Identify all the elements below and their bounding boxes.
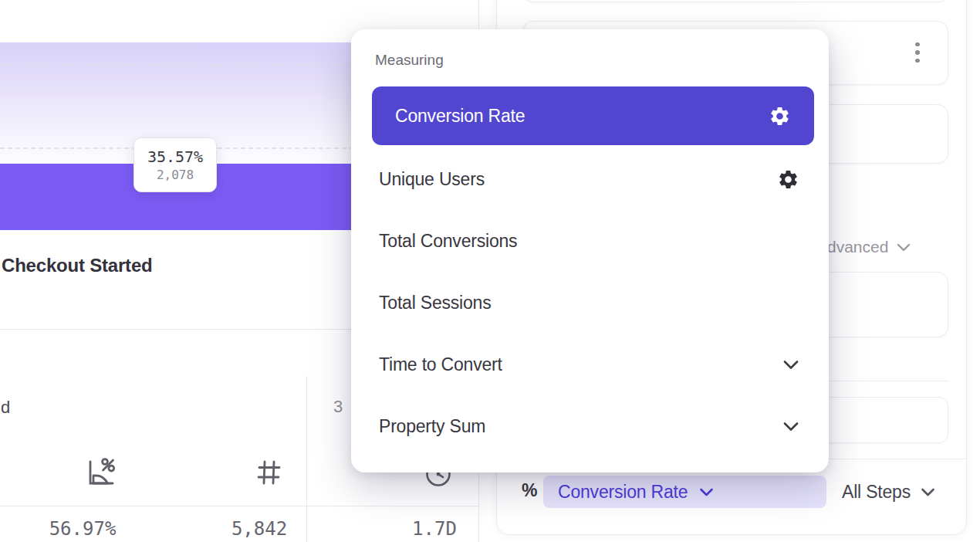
converted-count-value: 5,842 bbox=[212, 516, 306, 542]
advanced-toggle[interactable]: Advanced bbox=[816, 238, 924, 256]
table-column-divider bbox=[306, 376, 307, 542]
conversion-rate-value: 56.97% bbox=[35, 516, 130, 542]
chevron-down-icon bbox=[699, 488, 714, 496]
menu-item-property-sum[interactable]: Property Sum bbox=[351, 395, 829, 457]
chevron-down-icon bbox=[897, 243, 911, 252]
menu-item-label: Total Conversions bbox=[379, 231, 799, 252]
menu-item-label: Property Sum bbox=[379, 416, 782, 437]
hash-icon bbox=[253, 457, 287, 491]
menu-item-label: Conversion Rate bbox=[380, 106, 769, 127]
table-next-step-header-fragment: 3 bbox=[327, 396, 349, 418]
gear-icon[interactable] bbox=[777, 168, 799, 191]
chevron-down-icon bbox=[782, 360, 799, 370]
menu-item-unique-users[interactable]: Unique Users bbox=[351, 148, 829, 210]
measuring-dropdown: Measuring Conversion Rate Unique Users T… bbox=[351, 29, 829, 473]
menu-item-time-to-convert[interactable]: Time to Convert bbox=[351, 334, 829, 395]
steps-selector-label: All Steps bbox=[842, 482, 911, 503]
conversion-rate-icon bbox=[83, 456, 117, 489]
avg-time-value: 1.7D bbox=[387, 516, 482, 542]
steps-selector[interactable]: All Steps bbox=[842, 476, 935, 508]
chevron-down-icon bbox=[782, 422, 799, 432]
chevron-down-icon bbox=[921, 488, 935, 496]
builder-row-card bbox=[522, 0, 948, 2]
dropdown-title: Measuring bbox=[375, 52, 444, 69]
menu-item-label: Unique Users bbox=[379, 169, 777, 190]
tooltip-conversion-rate: 35.57% bbox=[147, 147, 203, 166]
menu-item-label: Time to Convert bbox=[379, 354, 782, 375]
menu-item-conversion-rate[interactable]: Conversion Rate bbox=[372, 86, 814, 145]
tooltip-count: 2,078 bbox=[157, 168, 194, 182]
menu-item-total-sessions[interactable]: Total Sessions bbox=[351, 272, 829, 334]
percent-symbol: % bbox=[522, 480, 537, 501]
measurement-selector[interactable]: Conversion Rate bbox=[543, 476, 826, 508]
divider bbox=[0, 506, 478, 506]
measurement-selector-label: Conversion Rate bbox=[558, 482, 688, 503]
table-step-header-fragment: d bbox=[1, 397, 10, 418]
gear-icon[interactable] bbox=[769, 105, 791, 127]
menu-item-label: Total Sessions bbox=[379, 293, 799, 313]
kebab-menu-button[interactable] bbox=[909, 39, 926, 66]
chart-tooltip: 35.57% 2,078 bbox=[133, 137, 217, 192]
menu-item-total-conversions[interactable]: Total Conversions bbox=[351, 210, 829, 272]
step-label: Checkout Started bbox=[2, 255, 153, 276]
